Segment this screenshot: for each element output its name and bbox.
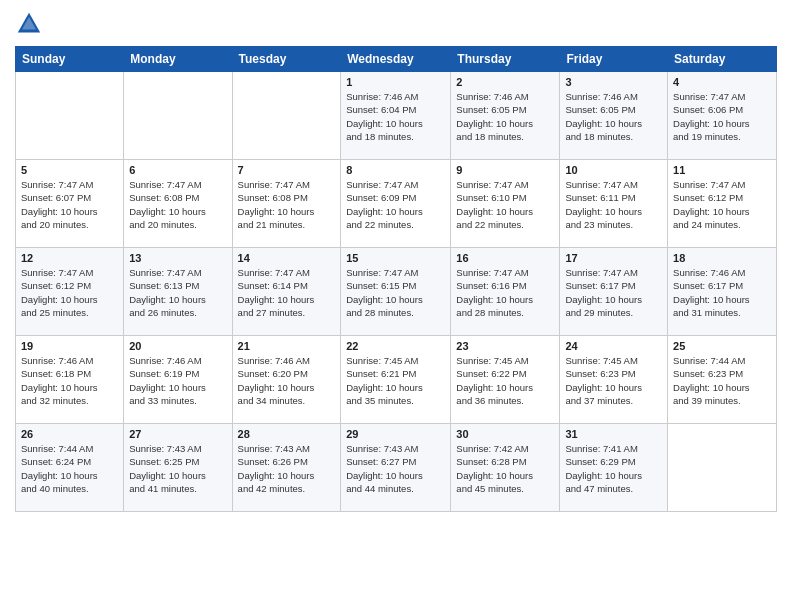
day-info: Sunrise: 7:47 AM Sunset: 6:08 PM Dayligh… [238, 178, 336, 231]
day-info: Sunrise: 7:47 AM Sunset: 6:06 PM Dayligh… [673, 90, 771, 143]
weekday-header-saturday: Saturday [668, 47, 777, 72]
calendar-day-27: 27Sunrise: 7:43 AM Sunset: 6:25 PM Dayli… [124, 424, 232, 512]
day-info: Sunrise: 7:46 AM Sunset: 6:19 PM Dayligh… [129, 354, 226, 407]
weekday-header-wednesday: Wednesday [341, 47, 451, 72]
calendar-day-17: 17Sunrise: 7:47 AM Sunset: 6:17 PM Dayli… [560, 248, 668, 336]
day-info: Sunrise: 7:47 AM Sunset: 6:12 PM Dayligh… [21, 266, 118, 319]
calendar-day-11: 11Sunrise: 7:47 AM Sunset: 6:12 PM Dayli… [668, 160, 777, 248]
day-number: 9 [456, 164, 554, 176]
day-info: Sunrise: 7:43 AM Sunset: 6:25 PM Dayligh… [129, 442, 226, 495]
day-number: 24 [565, 340, 662, 352]
header [15, 10, 777, 38]
day-number: 14 [238, 252, 336, 264]
day-info: Sunrise: 7:43 AM Sunset: 6:26 PM Dayligh… [238, 442, 336, 495]
day-number: 29 [346, 428, 445, 440]
day-number: 8 [346, 164, 445, 176]
day-number: 18 [673, 252, 771, 264]
day-number: 7 [238, 164, 336, 176]
calendar-day-4: 4Sunrise: 7:47 AM Sunset: 6:06 PM Daylig… [668, 72, 777, 160]
calendar-day-31: 31Sunrise: 7:41 AM Sunset: 6:29 PM Dayli… [560, 424, 668, 512]
day-number: 17 [565, 252, 662, 264]
calendar-empty-cell [668, 424, 777, 512]
day-info: Sunrise: 7:43 AM Sunset: 6:27 PM Dayligh… [346, 442, 445, 495]
day-number: 30 [456, 428, 554, 440]
calendar-week-row: 5Sunrise: 7:47 AM Sunset: 6:07 PM Daylig… [16, 160, 777, 248]
day-info: Sunrise: 7:46 AM Sunset: 6:17 PM Dayligh… [673, 266, 771, 319]
day-number: 22 [346, 340, 445, 352]
day-number: 23 [456, 340, 554, 352]
day-info: Sunrise: 7:41 AM Sunset: 6:29 PM Dayligh… [565, 442, 662, 495]
day-info: Sunrise: 7:47 AM Sunset: 6:17 PM Dayligh… [565, 266, 662, 319]
day-number: 10 [565, 164, 662, 176]
calendar-day-5: 5Sunrise: 7:47 AM Sunset: 6:07 PM Daylig… [16, 160, 124, 248]
weekday-header-sunday: Sunday [16, 47, 124, 72]
calendar-week-row: 19Sunrise: 7:46 AM Sunset: 6:18 PM Dayli… [16, 336, 777, 424]
calendar-day-15: 15Sunrise: 7:47 AM Sunset: 6:15 PM Dayli… [341, 248, 451, 336]
day-number: 3 [565, 76, 662, 88]
day-number: 4 [673, 76, 771, 88]
day-number: 21 [238, 340, 336, 352]
day-info: Sunrise: 7:45 AM Sunset: 6:23 PM Dayligh… [565, 354, 662, 407]
calendar-day-20: 20Sunrise: 7:46 AM Sunset: 6:19 PM Dayli… [124, 336, 232, 424]
weekday-header-friday: Friday [560, 47, 668, 72]
day-number: 25 [673, 340, 771, 352]
day-number: 27 [129, 428, 226, 440]
day-info: Sunrise: 7:46 AM Sunset: 6:05 PM Dayligh… [456, 90, 554, 143]
day-info: Sunrise: 7:47 AM Sunset: 6:11 PM Dayligh… [565, 178, 662, 231]
day-number: 13 [129, 252, 226, 264]
day-info: Sunrise: 7:47 AM Sunset: 6:15 PM Dayligh… [346, 266, 445, 319]
day-info: Sunrise: 7:47 AM Sunset: 6:13 PM Dayligh… [129, 266, 226, 319]
day-info: Sunrise: 7:47 AM Sunset: 6:09 PM Dayligh… [346, 178, 445, 231]
day-number: 6 [129, 164, 226, 176]
calendar-week-row: 26Sunrise: 7:44 AM Sunset: 6:24 PM Dayli… [16, 424, 777, 512]
day-number: 19 [21, 340, 118, 352]
calendar-day-25: 25Sunrise: 7:44 AM Sunset: 6:23 PM Dayli… [668, 336, 777, 424]
day-info: Sunrise: 7:47 AM Sunset: 6:10 PM Dayligh… [456, 178, 554, 231]
day-info: Sunrise: 7:44 AM Sunset: 6:23 PM Dayligh… [673, 354, 771, 407]
day-info: Sunrise: 7:46 AM Sunset: 6:05 PM Dayligh… [565, 90, 662, 143]
calendar-day-26: 26Sunrise: 7:44 AM Sunset: 6:24 PM Dayli… [16, 424, 124, 512]
day-info: Sunrise: 7:45 AM Sunset: 6:22 PM Dayligh… [456, 354, 554, 407]
calendar-day-22: 22Sunrise: 7:45 AM Sunset: 6:21 PM Dayli… [341, 336, 451, 424]
calendar-week-row: 12Sunrise: 7:47 AM Sunset: 6:12 PM Dayli… [16, 248, 777, 336]
day-info: Sunrise: 7:47 AM Sunset: 6:16 PM Dayligh… [456, 266, 554, 319]
day-info: Sunrise: 7:47 AM Sunset: 6:08 PM Dayligh… [129, 178, 226, 231]
calendar-week-row: 1Sunrise: 7:46 AM Sunset: 6:04 PM Daylig… [16, 72, 777, 160]
calendar-day-19: 19Sunrise: 7:46 AM Sunset: 6:18 PM Dayli… [16, 336, 124, 424]
day-info: Sunrise: 7:47 AM Sunset: 6:14 PM Dayligh… [238, 266, 336, 319]
calendar-day-30: 30Sunrise: 7:42 AM Sunset: 6:28 PM Dayli… [451, 424, 560, 512]
calendar-day-16: 16Sunrise: 7:47 AM Sunset: 6:16 PM Dayli… [451, 248, 560, 336]
day-info: Sunrise: 7:47 AM Sunset: 6:07 PM Dayligh… [21, 178, 118, 231]
day-number: 5 [21, 164, 118, 176]
day-number: 31 [565, 428, 662, 440]
logo-icon [15, 10, 43, 38]
weekday-header-tuesday: Tuesday [232, 47, 341, 72]
logo [15, 10, 47, 38]
calendar-day-24: 24Sunrise: 7:45 AM Sunset: 6:23 PM Dayli… [560, 336, 668, 424]
day-number: 28 [238, 428, 336, 440]
day-number: 11 [673, 164, 771, 176]
calendar-day-3: 3Sunrise: 7:46 AM Sunset: 6:05 PM Daylig… [560, 72, 668, 160]
day-info: Sunrise: 7:46 AM Sunset: 6:20 PM Dayligh… [238, 354, 336, 407]
day-number: 26 [21, 428, 118, 440]
day-number: 2 [456, 76, 554, 88]
day-number: 16 [456, 252, 554, 264]
day-number: 20 [129, 340, 226, 352]
calendar-day-7: 7Sunrise: 7:47 AM Sunset: 6:08 PM Daylig… [232, 160, 341, 248]
calendar-empty-cell [232, 72, 341, 160]
calendar-day-13: 13Sunrise: 7:47 AM Sunset: 6:13 PM Dayli… [124, 248, 232, 336]
day-info: Sunrise: 7:46 AM Sunset: 6:18 PM Dayligh… [21, 354, 118, 407]
day-info: Sunrise: 7:44 AM Sunset: 6:24 PM Dayligh… [21, 442, 118, 495]
calendar-day-28: 28Sunrise: 7:43 AM Sunset: 6:26 PM Dayli… [232, 424, 341, 512]
calendar-day-8: 8Sunrise: 7:47 AM Sunset: 6:09 PM Daylig… [341, 160, 451, 248]
day-info: Sunrise: 7:45 AM Sunset: 6:21 PM Dayligh… [346, 354, 445, 407]
day-number: 12 [21, 252, 118, 264]
weekday-header-monday: Monday [124, 47, 232, 72]
calendar-day-18: 18Sunrise: 7:46 AM Sunset: 6:17 PM Dayli… [668, 248, 777, 336]
calendar-day-2: 2Sunrise: 7:46 AM Sunset: 6:05 PM Daylig… [451, 72, 560, 160]
calendar-day-1: 1Sunrise: 7:46 AM Sunset: 6:04 PM Daylig… [341, 72, 451, 160]
calendar-day-12: 12Sunrise: 7:47 AM Sunset: 6:12 PM Dayli… [16, 248, 124, 336]
calendar-day-14: 14Sunrise: 7:47 AM Sunset: 6:14 PM Dayli… [232, 248, 341, 336]
day-number: 15 [346, 252, 445, 264]
calendar-empty-cell [124, 72, 232, 160]
